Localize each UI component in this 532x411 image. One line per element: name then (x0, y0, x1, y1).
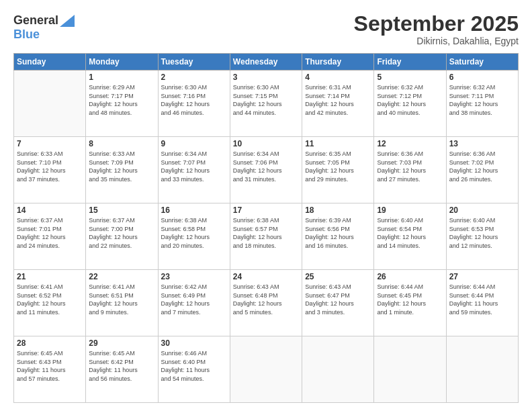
calendar-cell: 7Sunrise: 6:33 AM Sunset: 7:10 PM Daylig… (14, 137, 86, 203)
cell-text: Sunrise: 6:38 AM Sunset: 6:58 PM Dayligh… (161, 216, 227, 250)
calendar-cell: 17Sunrise: 6:38 AM Sunset: 6:57 PM Dayli… (230, 203, 302, 270)
day-number: 4 (305, 73, 371, 82)
cell-text: Sunrise: 6:39 AM Sunset: 6:56 PM Dayligh… (305, 216, 371, 250)
day-number: 17 (233, 205, 299, 215)
logo-blue: Blue (13, 28, 40, 41)
day-number: 3 (233, 73, 299, 82)
cell-text: Sunrise: 6:33 AM Sunset: 7:09 PM Dayligh… (89, 150, 154, 183)
calendar-cell: 18Sunrise: 6:39 AM Sunset: 6:56 PM Dayli… (302, 203, 374, 270)
cell-text: Sunrise: 6:38 AM Sunset: 6:57 PM Dayligh… (233, 216, 299, 250)
logo: General Blue (13, 12, 75, 41)
page: General Blue September 2025 Dikirnis, Da… (0, 0, 532, 411)
cell-text: Sunrise: 6:33 AM Sunset: 7:10 PM Dayligh… (17, 150, 83, 183)
col-saturday: Saturday (446, 54, 518, 71)
calendar-cell: 15Sunrise: 6:37 AM Sunset: 7:00 PM Dayli… (86, 203, 158, 270)
cell-text: Sunrise: 6:35 AM Sunset: 7:05 PM Dayligh… (305, 150, 371, 183)
day-number: 5 (377, 73, 443, 82)
title-block: September 2025 Dikirnis, Dakahlia, Egypt (354, 12, 519, 46)
calendar-cell: 21Sunrise: 6:41 AM Sunset: 6:52 PM Dayli… (14, 270, 86, 336)
cell-text: Sunrise: 6:29 AM Sunset: 7:17 PM Dayligh… (89, 83, 154, 117)
calendar-cell: 5Sunrise: 6:32 AM Sunset: 7:12 PM Daylig… (374, 71, 446, 137)
calendar-cell: 14Sunrise: 6:37 AM Sunset: 7:01 PM Dayli… (14, 203, 86, 270)
calendar-cell: 19Sunrise: 6:40 AM Sunset: 6:54 PM Dayli… (374, 203, 446, 270)
header: General Blue September 2025 Dikirnis, Da… (13, 12, 519, 46)
cell-text: Sunrise: 6:43 AM Sunset: 6:47 PM Dayligh… (305, 283, 371, 316)
day-number: 1 (89, 73, 154, 82)
logo-icon (60, 12, 75, 27)
calendar-cell: 29Sunrise: 6:45 AM Sunset: 6:42 PM Dayli… (86, 336, 158, 403)
col-sunday: Sunday (14, 54, 86, 71)
day-number: 30 (161, 338, 227, 348)
calendar-cell: 30Sunrise: 6:46 AM Sunset: 6:40 PM Dayli… (158, 336, 230, 403)
cell-text: Sunrise: 6:44 AM Sunset: 6:45 PM Dayligh… (377, 283, 443, 316)
col-monday: Monday (86, 54, 158, 71)
calendar-cell: 26Sunrise: 6:44 AM Sunset: 6:45 PM Dayli… (374, 270, 446, 336)
calendar-cell: 4Sunrise: 6:31 AM Sunset: 7:14 PM Daylig… (302, 71, 374, 137)
cell-text: Sunrise: 6:37 AM Sunset: 7:01 PM Dayligh… (17, 216, 83, 250)
col-wednesday: Wednesday (230, 54, 302, 71)
cell-text: Sunrise: 6:34 AM Sunset: 7:06 PM Dayligh… (233, 150, 299, 183)
day-number: 7 (17, 139, 83, 148)
calendar-header-row: Sunday Monday Tuesday Wednesday Thursday… (14, 54, 519, 71)
cell-text: Sunrise: 6:31 AM Sunset: 7:14 PM Dayligh… (305, 83, 371, 117)
location: Dikirnis, Dakahlia, Egypt (354, 36, 519, 46)
day-number: 25 (305, 272, 371, 281)
day-number: 2 (161, 73, 227, 82)
cell-text: Sunrise: 6:36 AM Sunset: 7:03 PM Dayligh… (377, 150, 443, 183)
calendar-cell: 24Sunrise: 6:43 AM Sunset: 6:48 PM Dayli… (230, 270, 302, 336)
cell-text: Sunrise: 6:37 AM Sunset: 7:00 PM Dayligh… (89, 216, 154, 250)
cell-text: Sunrise: 6:42 AM Sunset: 6:49 PM Dayligh… (161, 283, 227, 316)
cell-text: Sunrise: 6:41 AM Sunset: 6:52 PM Dayligh… (17, 283, 83, 316)
day-number: 22 (89, 272, 154, 281)
cell-text: Sunrise: 6:46 AM Sunset: 6:40 PM Dayligh… (161, 349, 227, 383)
logo-general: General (13, 14, 58, 26)
cell-text: Sunrise: 6:36 AM Sunset: 7:02 PM Dayligh… (449, 150, 515, 183)
cell-text: Sunrise: 6:40 AM Sunset: 6:53 PM Dayligh… (449, 216, 515, 250)
calendar-cell: 22Sunrise: 6:41 AM Sunset: 6:51 PM Dayli… (86, 270, 158, 336)
calendar-week-row: 1Sunrise: 6:29 AM Sunset: 7:17 PM Daylig… (14, 71, 519, 137)
day-number: 21 (17, 272, 83, 281)
calendar-cell (374, 336, 446, 403)
calendar-week-row: 7Sunrise: 6:33 AM Sunset: 7:10 PM Daylig… (14, 137, 519, 203)
cell-text: Sunrise: 6:34 AM Sunset: 7:07 PM Dayligh… (161, 150, 227, 183)
month-title: September 2025 (354, 12, 519, 36)
cell-text: Sunrise: 6:32 AM Sunset: 7:11 PM Dayligh… (449, 83, 515, 117)
col-friday: Friday (374, 54, 446, 71)
cell-text: Sunrise: 6:32 AM Sunset: 7:12 PM Dayligh… (377, 83, 443, 117)
day-number: 8 (89, 139, 154, 148)
cell-text: Sunrise: 6:30 AM Sunset: 7:16 PM Dayligh… (161, 83, 227, 117)
calendar-cell: 25Sunrise: 6:43 AM Sunset: 6:47 PM Dayli… (302, 270, 374, 336)
day-number: 18 (305, 205, 371, 215)
cell-text: Sunrise: 6:41 AM Sunset: 6:51 PM Dayligh… (89, 283, 154, 316)
calendar-cell: 8Sunrise: 6:33 AM Sunset: 7:09 PM Daylig… (86, 137, 158, 203)
calendar-cell (302, 336, 374, 403)
day-number: 6 (449, 73, 515, 82)
day-number: 9 (161, 139, 227, 148)
svg-marker-0 (60, 15, 75, 27)
calendar-cell: 12Sunrise: 6:36 AM Sunset: 7:03 PM Dayli… (374, 137, 446, 203)
calendar-week-row: 28Sunrise: 6:45 AM Sunset: 6:43 PM Dayli… (14, 336, 519, 403)
calendar-cell: 28Sunrise: 6:45 AM Sunset: 6:43 PM Dayli… (14, 336, 86, 403)
calendar-cell: 20Sunrise: 6:40 AM Sunset: 6:53 PM Dayli… (446, 203, 518, 270)
calendar-cell (230, 336, 302, 403)
calendar-cell: 13Sunrise: 6:36 AM Sunset: 7:02 PM Dayli… (446, 137, 518, 203)
cell-text: Sunrise: 6:30 AM Sunset: 7:15 PM Dayligh… (233, 83, 299, 117)
day-number: 15 (89, 205, 154, 215)
cell-text: Sunrise: 6:43 AM Sunset: 6:48 PM Dayligh… (233, 283, 299, 316)
cell-text: Sunrise: 6:44 AM Sunset: 6:44 PM Dayligh… (449, 283, 515, 316)
day-number: 14 (17, 205, 83, 215)
col-thursday: Thursday (302, 54, 374, 71)
calendar-cell: 27Sunrise: 6:44 AM Sunset: 6:44 PM Dayli… (446, 270, 518, 336)
day-number: 29 (89, 338, 154, 348)
calendar-cell: 10Sunrise: 6:34 AM Sunset: 7:06 PM Dayli… (230, 137, 302, 203)
cell-text: Sunrise: 6:40 AM Sunset: 6:54 PM Dayligh… (377, 216, 443, 250)
day-number: 24 (233, 272, 299, 281)
calendar-cell: 16Sunrise: 6:38 AM Sunset: 6:58 PM Dayli… (158, 203, 230, 270)
day-number: 16 (161, 205, 227, 215)
calendar-cell: 6Sunrise: 6:32 AM Sunset: 7:11 PM Daylig… (446, 71, 518, 137)
calendar-table: Sunday Monday Tuesday Wednesday Thursday… (13, 53, 519, 403)
day-number: 26 (377, 272, 443, 281)
calendar-cell: 3Sunrise: 6:30 AM Sunset: 7:15 PM Daylig… (230, 71, 302, 137)
day-number: 23 (161, 272, 227, 281)
calendar-cell: 23Sunrise: 6:42 AM Sunset: 6:49 PM Dayli… (158, 270, 230, 336)
